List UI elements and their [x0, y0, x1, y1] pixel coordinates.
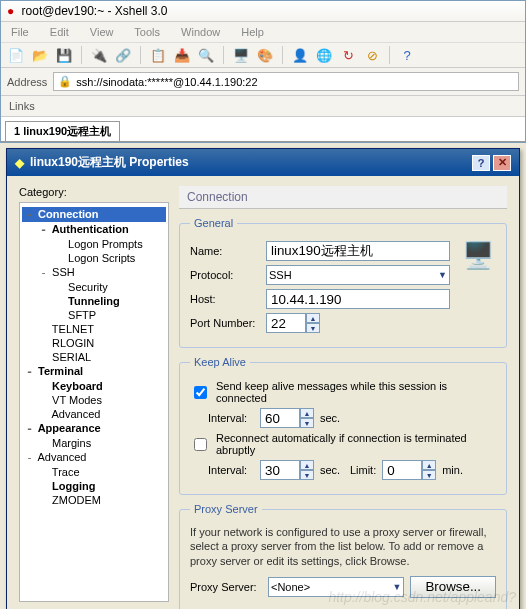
- globe-icon[interactable]: 🌐: [315, 46, 333, 64]
- tree-node-authentication[interactable]: - Authentication: [22, 222, 166, 237]
- address-label: Address: [7, 76, 47, 88]
- links-bar: Links: [1, 96, 525, 117]
- refresh-icon[interactable]: ↻: [339, 46, 357, 64]
- tree-node-trace[interactable]: Trace: [22, 465, 166, 479]
- interval2-spinner[interactable]: ▲▼: [260, 460, 314, 480]
- menu-tools[interactable]: Tools: [134, 26, 160, 38]
- browse-button[interactable]: Browse...: [410, 576, 496, 598]
- monitor-icon[interactable]: 🖥️: [232, 46, 250, 64]
- send-keepalive-checkbox[interactable]: [194, 386, 207, 399]
- tab-bar: 1 linux190远程主机: [1, 117, 525, 142]
- send-keepalive-label: Send keep alive messages while this sess…: [216, 380, 496, 404]
- app-icon: ●: [7, 4, 14, 18]
- tree-node-margins[interactable]: Margins: [22, 436, 166, 450]
- help-icon[interactable]: ?: [398, 46, 416, 64]
- paste-icon[interactable]: 📥: [173, 46, 191, 64]
- properties-dialog: ◆ linux190远程主机 Properties ? ✕ Category: …: [6, 148, 520, 609]
- proxy-group: Proxy Server If your network is configur…: [179, 503, 507, 609]
- disconnect-icon[interactable]: 🔗: [114, 46, 132, 64]
- host-label: Host:: [190, 293, 260, 305]
- protocol-select[interactable]: SSH ▼: [266, 265, 450, 285]
- copy-icon[interactable]: 📋: [149, 46, 167, 64]
- tree-node-appearance[interactable]: - Appearance: [22, 421, 166, 436]
- menu-help[interactable]: Help: [241, 26, 264, 38]
- save-icon[interactable]: 💾: [55, 46, 73, 64]
- tree-node-logon-scripts[interactable]: Logon Scripts: [22, 251, 166, 265]
- limit-label: Limit:: [346, 464, 376, 476]
- tree-node-zmodem[interactable]: ZMODEM: [22, 493, 166, 507]
- color-icon[interactable]: 🎨: [256, 46, 274, 64]
- tree-node-logon-prompts[interactable]: Logon Prompts: [22, 237, 166, 251]
- main-titlebar: ● root@dev190:~ - Xshell 3.0: [1, 1, 525, 22]
- session-tab[interactable]: 1 linux190远程主机: [5, 121, 120, 141]
- chevron-down-icon: ▼: [438, 270, 447, 280]
- reconnect-checkbox[interactable]: [194, 438, 207, 451]
- tree-node-rlogin[interactable]: RLOGIN: [22, 336, 166, 350]
- tree-node-sftp[interactable]: SFTP: [22, 308, 166, 322]
- dialog-titlebar: ◆ linux190远程主机 Properties ? ✕: [7, 149, 519, 176]
- general-group: General Name: Protocol: SSH ▼: [179, 217, 507, 348]
- menu-file[interactable]: File: [11, 26, 29, 38]
- address-field[interactable]: 🔒 ssh://sinodata:******@10.44.1.190:22: [53, 72, 519, 91]
- dialog-icon: ◆: [15, 156, 24, 170]
- limit-spinner[interactable]: ▲▼: [382, 460, 436, 480]
- host-input[interactable]: [266, 289, 450, 309]
- stop-icon[interactable]: ⊘: [363, 46, 381, 64]
- tree-node-advanced[interactable]: Advanced: [22, 407, 166, 421]
- tree-node-advanced[interactable]: - Advanced: [22, 450, 166, 465]
- interval1-spinner[interactable]: ▲▼: [260, 408, 314, 428]
- tree-node-serial[interactable]: SERIAL: [22, 350, 166, 364]
- dialog-title: linux190远程主机 Properties: [30, 154, 189, 171]
- tree-node-tunneling[interactable]: Tunneling: [22, 294, 166, 308]
- open-icon[interactable]: 📂: [31, 46, 49, 64]
- proxy-label: Proxy Server:: [190, 581, 262, 593]
- help-button[interactable]: ?: [472, 155, 490, 171]
- toolbar: 📄 📂 💾 🔌 🔗 📋 📥 🔍 🖥️ 🎨 👤 🌐 ↻ ⊘ ?: [1, 43, 525, 68]
- connection-icon: 🖥️: [460, 237, 496, 273]
- reconnect-label: Reconnect automatically if connection is…: [216, 432, 496, 456]
- tree-node-connection[interactable]: - Connection: [22, 207, 166, 222]
- new-icon[interactable]: 📄: [7, 46, 25, 64]
- menu-view[interactable]: View: [90, 26, 114, 38]
- close-button[interactable]: ✕: [493, 155, 511, 171]
- category-tree[interactable]: - Connection- Authentication Logon Promp…: [19, 202, 169, 602]
- spin-up-icon[interactable]: ▲: [306, 313, 320, 323]
- chevron-down-icon: ▼: [393, 582, 402, 592]
- section-head: Connection: [179, 186, 507, 209]
- tree-node-keyboard[interactable]: Keyboard: [22, 379, 166, 393]
- tree-node-logging[interactable]: Logging: [22, 479, 166, 493]
- tree-node-vt-modes[interactable]: VT Modes: [22, 393, 166, 407]
- port-label: Port Number:: [190, 317, 260, 329]
- spin-down-icon[interactable]: ▼: [306, 323, 320, 333]
- interval1-label: Interval:: [208, 412, 254, 424]
- protocol-label: Protocol:: [190, 269, 260, 281]
- port-spinner[interactable]: ▲▼: [266, 313, 320, 333]
- search-icon[interactable]: 🔍: [197, 46, 215, 64]
- ssh-icon: 🔒: [58, 75, 72, 88]
- category-label: Category:: [19, 186, 169, 198]
- menubar: File Edit View Tools Window Help: [1, 22, 525, 43]
- tree-node-terminal[interactable]: - Terminal: [22, 364, 166, 379]
- main-title: root@dev190:~ - Xshell 3.0: [22, 4, 168, 18]
- name-input[interactable]: [266, 241, 450, 261]
- menu-edit[interactable]: Edit: [50, 26, 69, 38]
- menu-window[interactable]: Window: [181, 26, 220, 38]
- keepalive-group: Keep Alive Send keep alive messages whil…: [179, 356, 507, 495]
- address-value: ssh://sinodata:******@10.44.1.190:22: [76, 76, 257, 88]
- name-label: Name:: [190, 245, 260, 257]
- tree-node-security[interactable]: Security: [22, 280, 166, 294]
- proxy-select[interactable]: <None> ▼: [268, 577, 404, 597]
- tree-node-ssh[interactable]: - SSH: [22, 265, 166, 280]
- tree-node-telnet[interactable]: TELNET: [22, 322, 166, 336]
- proxy-text: If your network is configured to use a p…: [190, 525, 496, 568]
- user-icon[interactable]: 👤: [291, 46, 309, 64]
- connect-icon[interactable]: 🔌: [90, 46, 108, 64]
